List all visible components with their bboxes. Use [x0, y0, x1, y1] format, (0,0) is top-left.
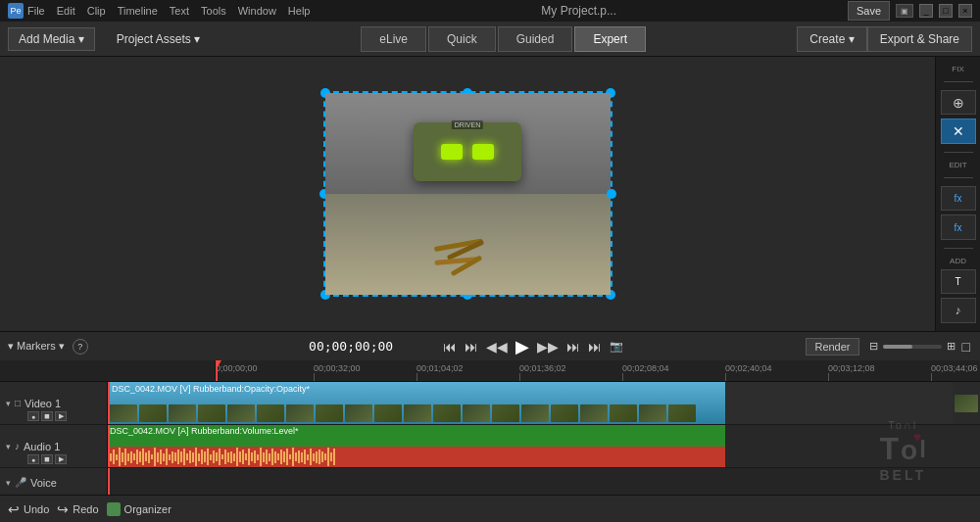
redo-icon: ↪ — [57, 501, 69, 517]
audio-clip-top[interactable]: DSC_0042.MOV [A] Rubberband:Volume:Level… — [108, 425, 725, 447]
playhead-video — [108, 382, 110, 424]
audio-1-track: ▾ ♪ Audio 1 ● ◼ ▶ DSC_0042.MOV [A] Rubbe… — [0, 425, 980, 468]
audio-1-header: ▾ ♪ Audio 1 ● ◼ ▶ — [0, 425, 108, 467]
main-content: DRIVEN FIX ⊕ ✕ — [0, 57, 980, 495]
add-button[interactable]: T — [941, 269, 976, 295]
menu-clip[interactable]: Clip — [87, 5, 106, 17]
create-button[interactable]: Create ▾ — [797, 26, 866, 52]
voice-header: ▾ 🎤 Voice — [0, 468, 108, 497]
project-name: My Project.p... — [310, 4, 847, 18]
adjust-button[interactable]: ⊕ — [941, 90, 976, 116]
video-preview: DRIVEN — [0, 57, 935, 331]
help-icon[interactable]: ? — [73, 339, 88, 355]
audio-icon: ♪ — [15, 441, 20, 451]
monitor-icon: ▣ — [896, 4, 913, 18]
menu-bar[interactable]: File Edit Clip Timeline Text Tools Windo… — [27, 5, 310, 17]
menu-edit[interactable]: Edit — [57, 5, 75, 17]
audio-clip-label: DSC_0042.MOV [A] Rubberband:Volume:Level… — [108, 425, 725, 437]
fx-button-2[interactable]: fx — [941, 214, 976, 240]
undo-label: Undo — [24, 503, 49, 515]
playhead-audio — [108, 425, 110, 467]
playhead-voice — [108, 468, 110, 497]
menu-tools[interactable]: Tools — [201, 5, 226, 17]
bottom-bar: ↩ Undo ↪ Redo Organizer — [0, 495, 980, 522]
sidebar-divider-1 — [944, 81, 973, 82]
tab-expert[interactable]: Expert — [574, 26, 646, 52]
voice-track: ▾ 🎤 Voice — [0, 468, 980, 498]
expand-voice[interactable]: ▾ — [6, 478, 11, 488]
video-clip[interactable]: DSC_0042.MOV [V] Rubberband:Opacity:Opac… — [108, 382, 725, 424]
menu-file[interactable]: File — [27, 5, 45, 17]
tab-guided[interactable]: Guided — [498, 26, 573, 52]
play-button[interactable]: ▶ — [514, 334, 531, 359]
save-button[interactable]: Save — [848, 1, 890, 21]
video-lock-btn[interactable]: ◼ — [41, 411, 53, 421]
zoom-out-button[interactable]: ⊟ — [867, 338, 880, 355]
fast-forward-button[interactable]: ▶▶ — [535, 337, 561, 356]
maximize-button[interactable]: □ — [939, 4, 953, 18]
render-button[interactable]: Render — [806, 338, 858, 356]
rewind-button[interactable]: ◀◀ — [484, 337, 510, 356]
expand-audio-1[interactable]: ▾ — [6, 442, 11, 451]
menu-help[interactable]: Help — [288, 5, 311, 17]
camera-button[interactable]: 📷 — [608, 338, 625, 355]
audio-lock-btn[interactable]: ◼ — [41, 454, 53, 464]
selection-box[interactable]: DRIVEN — [323, 91, 612, 297]
robot-vehicle — [414, 122, 521, 181]
fix-label: FIX — [952, 65, 963, 73]
redo-button[interactable]: ↪ Redo — [57, 501, 98, 517]
video-clip-label: DSC_0042.MOV [V] Rubberband:Opacity:Opac… — [108, 382, 725, 396]
tab-elive[interactable]: eLive — [361, 26, 426, 52]
voice-label: Voice — [30, 477, 57, 489]
right-sidebar: FIX ⊕ ✕ EDIT fx fx ADD T ♪ — [935, 57, 980, 331]
sidebar-divider-3 — [944, 177, 973, 178]
add-media-button[interactable]: Add Media ▾ — [8, 27, 95, 51]
organizer-button[interactable]: Organizer — [107, 502, 172, 516]
zoom-in-button[interactable]: ⊞ — [945, 338, 957, 355]
robot-label: DRIVEN — [452, 120, 483, 129]
sidebar-divider-2 — [944, 152, 973, 153]
nav-tab-group: eLive Quick Guided Expert — [361, 26, 646, 52]
menu-text[interactable]: Text — [170, 5, 189, 17]
video-mute-btn[interactable]: ▶ — [55, 411, 67, 421]
step-forward-button[interactable]: ⏭ — [564, 337, 582, 356]
edit-label: EDIT — [949, 161, 966, 169]
timecode-display: 00;00;00;00 — [269, 339, 433, 354]
microphone-icon: 🎤 — [15, 477, 26, 488]
tools-button[interactable]: ✕ — [941, 119, 976, 144]
audio-clip-bottom[interactable] — [108, 447, 725, 467]
video-eye-btn[interactable]: ● — [27, 411, 39, 421]
sidebar-divider-4 — [944, 248, 973, 249]
go-to-end-button[interactable]: ⏭ — [586, 337, 604, 356]
audio-mute-btn[interactable]: ● — [27, 454, 39, 464]
video-thumbnail: DRIVEN — [325, 93, 611, 295]
timeline-section: ▾ Markers ▾ ? 00;00;00;00 ⏮ ⏭ ◀◀ ▶ ▶▶ ⏭ … — [0, 331, 980, 522]
add-label: ADD — [950, 257, 966, 265]
step-back-button[interactable]: ⏭ — [463, 337, 480, 356]
audio-solo-btn[interactable]: ▶ — [55, 454, 67, 464]
music-add-button[interactable]: ♪ — [941, 298, 976, 323]
export-share-button[interactable]: Export & Share — [867, 26, 972, 52]
wood-pieces — [438, 242, 487, 270]
project-assets-button[interactable]: Project Assets ▾ — [107, 28, 210, 50]
fx-button-1[interactable]: fx — [941, 186, 976, 212]
title-bar: Pe File Edit Clip Timeline Text Tools Wi… — [0, 0, 980, 22]
redo-label: Redo — [73, 503, 98, 515]
voice-content — [108, 468, 980, 497]
collapse-button[interactable]: □ — [960, 337, 972, 356]
menu-window[interactable]: Window — [238, 5, 276, 17]
go-to-start-button[interactable]: ⏮ — [441, 337, 459, 356]
video-1-track: ▾ □ Video 1 ● ◼ ▶ DSC_0042.MOV [V] Rubbe… — [0, 382, 980, 425]
organizer-icon — [107, 502, 121, 516]
video-1-header: ▾ □ Video 1 ● ◼ ▶ — [0, 382, 108, 424]
close-button[interactable]: × — [958, 4, 972, 18]
tab-quick[interactable]: Quick — [428, 26, 496, 52]
minimize-button[interactable]: _ — [919, 4, 933, 18]
menu-timeline[interactable]: Timeline — [118, 5, 158, 17]
markers-button[interactable]: ▾ Markers ▾ — [8, 340, 65, 353]
audio-1-label: Audio 1 — [24, 441, 60, 452]
expand-video-1[interactable]: ▾ — [6, 399, 11, 408]
video-1-content: DSC_0042.MOV [V] Rubberband:Opacity:Opac… — [108, 382, 980, 424]
video-clip-end-thumb — [953, 382, 980, 424]
undo-button[interactable]: ↩ Undo — [8, 501, 49, 517]
